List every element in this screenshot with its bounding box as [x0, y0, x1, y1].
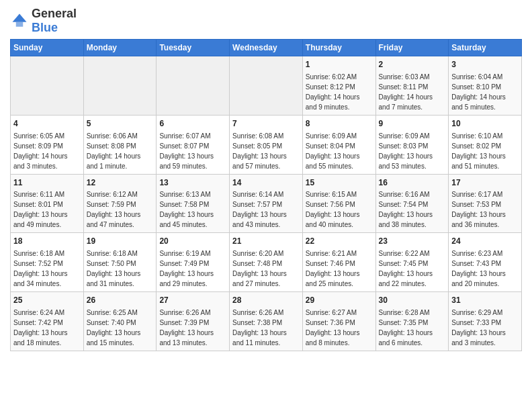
day-number: 4 — [13, 118, 81, 130]
day-info: Sunrise: 6:21 AM Sunset: 7:46 PM Dayligh… — [306, 248, 373, 289]
calendar-day-cell — [230, 56, 303, 116]
day-info: Sunrise: 6:05 AM Sunset: 8:09 PM Dayligh… — [13, 131, 81, 171]
calendar-day-cell: 1Sunrise: 6:02 AM Sunset: 8:12 PM Daylig… — [302, 56, 375, 116]
calendar-day-cell: 2Sunrise: 6:03 AM Sunset: 8:11 PM Daylig… — [375, 56, 449, 116]
day-info: Sunrise: 6:27 AM Sunset: 7:36 PM Dayligh… — [306, 308, 373, 348]
calendar-day-cell — [11, 56, 84, 116]
day-number: 7 — [232, 118, 300, 130]
calendar-day-cell: 13Sunrise: 6:13 AM Sunset: 7:58 PM Dayli… — [157, 174, 230, 233]
svg-rect-2 — [16, 22, 24, 27]
calendar-day-cell — [83, 56, 157, 116]
day-number: 24 — [451, 236, 519, 247]
calendar-day-cell: 16Sunrise: 6:16 AM Sunset: 7:54 PM Dayli… — [375, 174, 449, 233]
calendar-day-cell: 8Sunrise: 6:09 AM Sunset: 8:04 PM Daylig… — [302, 115, 375, 174]
day-info: Sunrise: 6:04 AM Sunset: 8:10 PM Dayligh… — [451, 72, 519, 112]
calendar-day-cell: 14Sunrise: 6:14 AM Sunset: 7:57 PM Dayli… — [230, 174, 303, 233]
calendar-day-cell: 23Sunrise: 6:22 AM Sunset: 7:45 PM Dayli… — [375, 233, 449, 292]
day-number: 30 — [379, 295, 446, 306]
calendar-day-cell: 11Sunrise: 6:11 AM Sunset: 8:01 PM Dayli… — [11, 174, 84, 233]
day-info: Sunrise: 6:18 AM Sunset: 7:52 PM Dayligh… — [13, 248, 81, 289]
calendar-day-cell: 10Sunrise: 6:10 AM Sunset: 8:02 PM Dayli… — [449, 115, 522, 174]
day-info: Sunrise: 6:15 AM Sunset: 7:56 PM Dayligh… — [306, 189, 373, 230]
logo-icon — [10, 11, 29, 30]
calendar-day-cell: 31Sunrise: 6:29 AM Sunset: 7:33 PM Dayli… — [449, 292, 522, 351]
day-number: 31 — [451, 295, 519, 306]
day-number: 17 — [451, 177, 519, 189]
calendar-day-cell: 19Sunrise: 6:18 AM Sunset: 7:50 PM Dayli… — [83, 233, 157, 292]
day-info: Sunrise: 6:16 AM Sunset: 7:54 PM Dayligh… — [379, 189, 446, 230]
calendar-day-cell: 18Sunrise: 6:18 AM Sunset: 7:52 PM Dayli… — [11, 233, 84, 292]
day-number: 21 — [232, 236, 300, 247]
weekday-header: Wednesday — [230, 40, 303, 56]
day-info: Sunrise: 6:09 AM Sunset: 8:03 PM Dayligh… — [379, 131, 446, 171]
day-number: 27 — [159, 295, 226, 306]
calendar-week-row: 25Sunrise: 6:24 AM Sunset: 7:42 PM Dayli… — [11, 292, 522, 351]
day-info: Sunrise: 6:29 AM Sunset: 7:33 PM Dayligh… — [451, 308, 519, 348]
day-number: 20 — [159, 236, 226, 247]
day-info: Sunrise: 6:26 AM Sunset: 7:38 PM Dayligh… — [232, 308, 300, 348]
day-info: Sunrise: 6:28 AM Sunset: 7:35 PM Dayligh… — [379, 308, 446, 348]
day-info: Sunrise: 6:08 AM Sunset: 8:05 PM Dayligh… — [232, 131, 300, 171]
weekday-header: Monday — [83, 40, 157, 56]
calendar-day-cell: 9Sunrise: 6:09 AM Sunset: 8:03 PM Daylig… — [375, 115, 449, 174]
day-info: Sunrise: 6:22 AM Sunset: 7:45 PM Dayligh… — [379, 248, 446, 289]
day-number: 23 — [379, 236, 446, 247]
calendar-week-row: 11Sunrise: 6:11 AM Sunset: 8:01 PM Dayli… — [11, 174, 522, 233]
day-number: 10 — [451, 118, 519, 130]
day-number: 28 — [232, 295, 300, 306]
calendar-day-cell: 26Sunrise: 6:25 AM Sunset: 7:40 PM Dayli… — [83, 292, 157, 351]
calendar-day-cell: 4Sunrise: 6:05 AM Sunset: 8:09 PM Daylig… — [11, 115, 84, 174]
day-info: Sunrise: 6:18 AM Sunset: 7:50 PM Dayligh… — [87, 248, 154, 289]
day-number: 1 — [306, 59, 373, 71]
weekday-header: Friday — [375, 40, 449, 56]
day-number: 22 — [306, 236, 373, 247]
day-info: Sunrise: 6:06 AM Sunset: 8:08 PM Dayligh… — [87, 131, 154, 171]
calendar-day-cell: 6Sunrise: 6:07 AM Sunset: 8:07 PM Daylig… — [157, 115, 230, 174]
day-number: 6 — [159, 118, 226, 130]
day-number: 9 — [379, 118, 446, 130]
weekday-header: Saturday — [449, 40, 522, 56]
day-info: Sunrise: 6:14 AM Sunset: 7:57 PM Dayligh… — [232, 189, 300, 230]
day-info: Sunrise: 6:26 AM Sunset: 7:39 PM Dayligh… — [159, 308, 226, 348]
day-info: Sunrise: 6:10 AM Sunset: 8:02 PM Dayligh… — [451, 131, 519, 171]
day-number: 19 — [87, 236, 154, 247]
day-number: 18 — [13, 236, 81, 247]
calendar-day-cell: 24Sunrise: 6:23 AM Sunset: 7:43 PM Dayli… — [449, 233, 522, 292]
logo-general: General — [32, 7, 77, 20]
calendar-day-cell: 7Sunrise: 6:08 AM Sunset: 8:05 PM Daylig… — [230, 115, 303, 174]
calendar-week-row: 18Sunrise: 6:18 AM Sunset: 7:52 PM Dayli… — [11, 233, 522, 292]
day-info: Sunrise: 6:13 AM Sunset: 7:58 PM Dayligh… — [159, 189, 226, 230]
day-number: 14 — [232, 177, 300, 189]
weekday-header: Tuesday — [157, 40, 230, 56]
day-info: Sunrise: 6:24 AM Sunset: 7:42 PM Dayligh… — [13, 308, 81, 348]
day-number: 3 — [451, 59, 519, 71]
day-number: 11 — [13, 177, 81, 189]
logo-blue: Blue — [32, 21, 58, 34]
day-number: 16 — [379, 177, 446, 189]
calendar-week-row: 1Sunrise: 6:02 AM Sunset: 8:12 PM Daylig… — [11, 56, 522, 116]
calendar-day-cell: 21Sunrise: 6:20 AM Sunset: 7:48 PM Dayli… — [230, 233, 303, 292]
calendar-day-cell — [157, 56, 230, 116]
calendar-day-cell: 27Sunrise: 6:26 AM Sunset: 7:39 PM Dayli… — [157, 292, 230, 351]
day-number: 8 — [306, 118, 373, 130]
day-info: Sunrise: 6:23 AM Sunset: 7:43 PM Dayligh… — [451, 248, 519, 289]
calendar-day-cell: 3Sunrise: 6:04 AM Sunset: 8:10 PM Daylig… — [449, 56, 522, 116]
header-row: SundayMondayTuesdayWednesdayThursdayFrid… — [11, 40, 522, 56]
calendar-table: SundayMondayTuesdayWednesdayThursdayFrid… — [10, 39, 522, 351]
day-number: 2 — [379, 59, 446, 71]
calendar-day-cell: 17Sunrise: 6:17 AM Sunset: 7:53 PM Dayli… — [449, 174, 522, 233]
weekday-header: Thursday — [302, 40, 375, 56]
calendar-day-cell: 30Sunrise: 6:28 AM Sunset: 7:35 PM Dayli… — [375, 292, 449, 351]
calendar-day-cell: 25Sunrise: 6:24 AM Sunset: 7:42 PM Dayli… — [11, 292, 84, 351]
day-info: Sunrise: 6:25 AM Sunset: 7:40 PM Dayligh… — [87, 308, 154, 348]
logo: General Blue — [10, 7, 77, 35]
day-info: Sunrise: 6:02 AM Sunset: 8:12 PM Dayligh… — [306, 72, 373, 112]
day-info: Sunrise: 6:07 AM Sunset: 8:07 PM Dayligh… — [159, 131, 226, 171]
calendar-day-cell: 5Sunrise: 6:06 AM Sunset: 8:08 PM Daylig… — [83, 115, 157, 174]
calendar-day-cell: 28Sunrise: 6:26 AM Sunset: 7:38 PM Dayli… — [230, 292, 303, 351]
day-number: 5 — [87, 118, 154, 130]
day-info: Sunrise: 6:03 AM Sunset: 8:11 PM Dayligh… — [379, 72, 446, 112]
day-info: Sunrise: 6:17 AM Sunset: 7:53 PM Dayligh… — [451, 189, 519, 230]
calendar-day-cell: 12Sunrise: 6:12 AM Sunset: 7:59 PM Dayli… — [83, 174, 157, 233]
calendar-day-cell: 22Sunrise: 6:21 AM Sunset: 7:46 PM Dayli… — [302, 233, 375, 292]
